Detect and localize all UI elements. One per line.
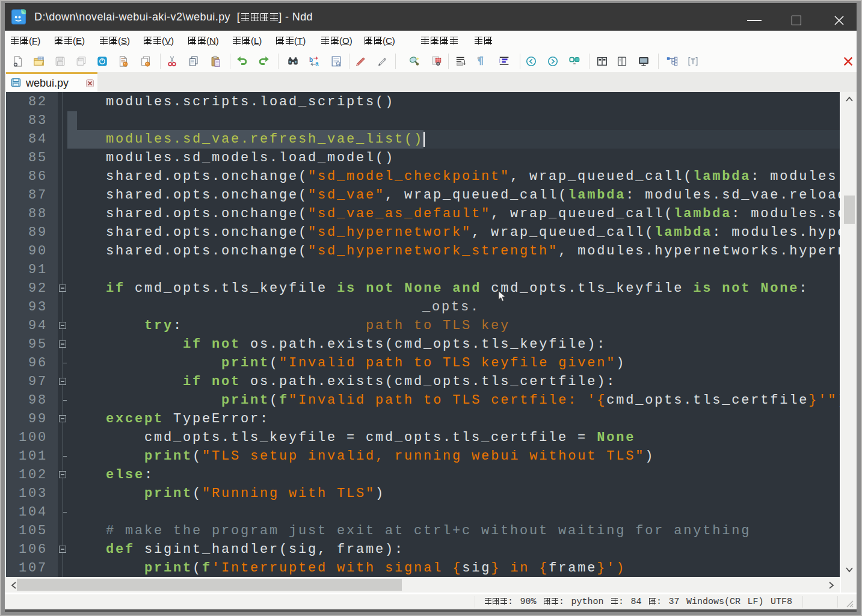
svg-text:b: b <box>309 57 313 63</box>
svg-text:a: a <box>315 60 319 67</box>
